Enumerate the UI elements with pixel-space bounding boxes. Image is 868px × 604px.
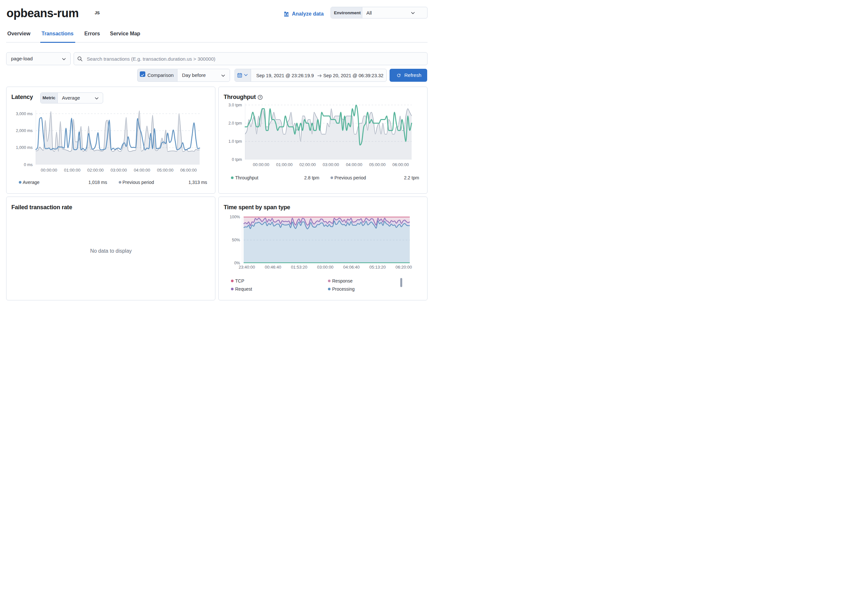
svg-text:0 ms: 0 ms	[24, 162, 33, 167]
svg-text:3.0 tpm: 3.0 tpm	[228, 102, 242, 107]
svg-text:01:00:00: 01:00:00	[276, 162, 293, 167]
svg-text:06:20:00: 06:20:00	[395, 265, 412, 269]
svg-text:2,000 ms: 2,000 ms	[16, 129, 33, 133]
svg-text:1.0 tpm: 1.0 tpm	[228, 139, 242, 144]
svg-text:05:00:00: 05:00:00	[369, 162, 386, 167]
svg-text:04:00:00: 04:00:00	[346, 162, 362, 167]
svg-text:01:00:00: 01:00:00	[64, 167, 81, 172]
svg-text:04:00:00: 04:00:00	[133, 167, 150, 172]
svg-text:00:46:40: 00:46:40	[265, 265, 281, 269]
svg-text:05:13:20: 05:13:20	[369, 265, 386, 269]
svg-text:00:00:00: 00:00:00	[40, 167, 57, 172]
svg-text:03:00:00: 03:00:00	[323, 162, 339, 167]
svg-text:02:00:00: 02:00:00	[299, 162, 316, 167]
svg-text:100%: 100%	[229, 215, 240, 219]
svg-text:05:00:00: 05:00:00	[157, 167, 174, 172]
svg-text:23:40:00: 23:40:00	[239, 265, 255, 269]
svg-text:00:00:00: 00:00:00	[253, 162, 270, 167]
svg-text:03:00:00: 03:00:00	[317, 265, 333, 269]
svg-text:04:06:40: 04:06:40	[343, 265, 360, 269]
svg-text:03:00:00: 03:00:00	[110, 167, 127, 172]
svg-text:3,000 ms: 3,000 ms	[16, 111, 33, 116]
svg-text:06:00:00: 06:00:00	[392, 162, 409, 167]
svg-text:01:53:20: 01:53:20	[291, 265, 307, 269]
svg-text:50%: 50%	[232, 238, 240, 242]
svg-text:0 tpm: 0 tpm	[232, 157, 242, 162]
svg-text:06:00:00: 06:00:00	[180, 167, 197, 172]
svg-text:02:00:00: 02:00:00	[87, 167, 104, 172]
svg-text:1,000 ms: 1,000 ms	[16, 145, 33, 150]
svg-text:2.0 tpm: 2.0 tpm	[228, 121, 242, 125]
